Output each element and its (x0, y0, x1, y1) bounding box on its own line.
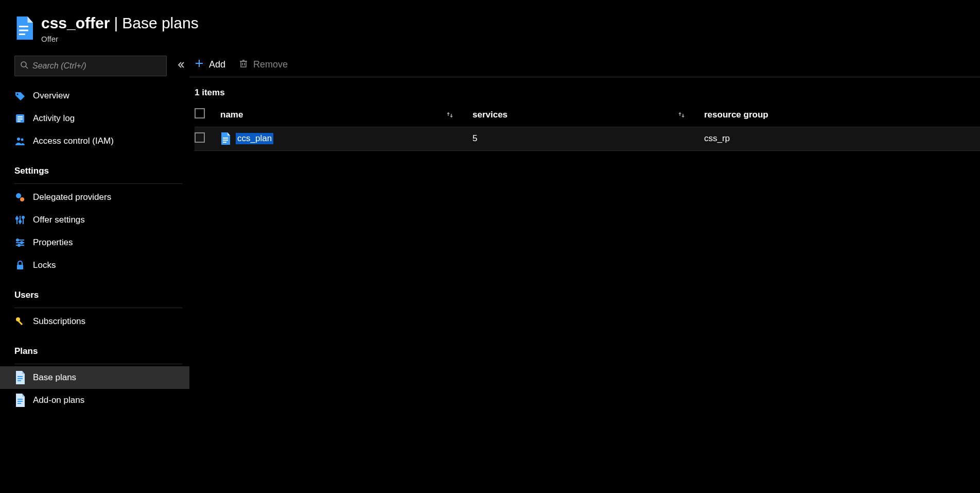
collapse-sidebar-button[interactable] (174, 59, 188, 73)
svg-point-13 (20, 197, 24, 201)
resource-name: css_offer (41, 14, 110, 31)
providers-icon (14, 192, 26, 203)
page-name: Base plans (122, 14, 198, 31)
plan-icon (220, 132, 231, 145)
sidebar: Overview Activity log Access control (IA… (0, 53, 189, 493)
svg-point-3 (21, 62, 26, 67)
sidebar-search[interactable] (14, 56, 167, 76)
key-icon (14, 316, 26, 327)
document-icon (14, 372, 26, 383)
sidebar-item-properties[interactable]: Properties (0, 231, 189, 254)
svg-point-24 (21, 242, 23, 244)
sidebar-item-activity-log[interactable]: Activity log (0, 107, 189, 130)
svg-point-12 (16, 193, 21, 198)
svg-rect-29 (18, 376, 23, 377)
sort-icon (677, 111, 686, 119)
divider (14, 183, 182, 184)
svg-rect-34 (18, 403, 21, 404)
svg-point-27 (16, 317, 20, 321)
svg-rect-8 (18, 118, 23, 120)
svg-point-23 (16, 239, 19, 241)
item-count-label: 1 items (195, 88, 980, 98)
row-resource-group-value: css_rp (704, 127, 980, 150)
column-header-services[interactable]: services (472, 103, 704, 127)
svg-rect-44 (223, 142, 226, 143)
select-all-checkbox[interactable] (195, 108, 205, 118)
sort-icon (446, 111, 454, 119)
sliders-icon (14, 214, 26, 226)
sidebar-item-label: Overview (33, 91, 69, 101)
offer-resource-icon (14, 16, 33, 40)
svg-rect-2 (19, 33, 25, 35)
sidebar-item-label: Properties (33, 237, 73, 248)
tag-icon (14, 90, 26, 101)
plan-name-link[interactable]: ccs_plan (236, 133, 273, 144)
svg-rect-26 (17, 265, 23, 269)
divider (14, 364, 182, 364)
toolbar: Add Remove (189, 53, 980, 77)
svg-rect-0 (19, 26, 28, 27)
add-button[interactable]: Add (195, 59, 225, 71)
svg-rect-43 (223, 140, 228, 141)
sidebar-item-offer-settings[interactable]: Offer settings (0, 209, 189, 231)
svg-rect-32 (18, 399, 23, 400)
svg-point-19 (22, 216, 24, 218)
sidebar-item-addon-plans[interactable]: Add-on plans (0, 389, 189, 412)
svg-point-17 (16, 217, 18, 219)
page-title: css_offer | Base plans (41, 14, 199, 31)
sidebar-section-settings: Settings (0, 159, 189, 179)
sidebar-item-label: Offer settings (33, 215, 85, 225)
svg-rect-42 (223, 138, 228, 139)
svg-rect-28 (18, 320, 23, 325)
svg-rect-1 (19, 30, 28, 31)
sidebar-section-plans: Plans (0, 339, 189, 360)
plans-table: name services (195, 103, 980, 151)
search-input[interactable] (32, 61, 161, 71)
document-icon (14, 395, 26, 406)
sidebar-item-access-control[interactable]: Access control (IAM) (0, 130, 189, 152)
activity-log-icon (14, 113, 26, 124)
svg-point-25 (18, 244, 20, 246)
column-header-name[interactable]: name (220, 103, 472, 127)
search-icon (20, 61, 28, 71)
main-content: Add Remove 1 items (189, 53, 980, 493)
properties-icon (14, 237, 26, 248)
svg-rect-37 (241, 61, 246, 67)
table-header-row: name services (195, 103, 980, 127)
svg-rect-30 (18, 378, 23, 379)
svg-rect-33 (18, 401, 23, 402)
sidebar-item-locks[interactable]: Locks (0, 254, 189, 277)
lock-icon (14, 260, 26, 271)
people-icon (14, 135, 26, 147)
row-select-checkbox[interactable] (195, 132, 205, 143)
remove-button[interactable]: Remove (239, 59, 288, 71)
page-header: css_offer | Base plans Offer (0, 0, 980, 53)
row-services-value: 5 (472, 127, 704, 150)
table-row[interactable]: ccs_plan 5 css_rp (195, 127, 980, 150)
sidebar-item-label: Base plans (33, 372, 76, 383)
trash-icon (239, 59, 248, 71)
column-header-resource-group[interactable]: resource group (704, 103, 980, 127)
svg-point-10 (17, 138, 20, 141)
svg-point-5 (17, 94, 19, 95)
svg-rect-7 (18, 116, 23, 117)
plus-icon (195, 59, 204, 71)
remove-button-label: Remove (253, 59, 288, 70)
svg-line-4 (26, 66, 28, 69)
sidebar-item-label: Add-on plans (33, 395, 84, 405)
divider (14, 308, 182, 308)
sidebar-item-label: Access control (IAM) (33, 136, 114, 146)
sidebar-item-label: Activity log (33, 113, 75, 124)
sidebar-item-base-plans[interactable]: Base plans (0, 366, 189, 389)
sidebar-item-label: Locks (33, 260, 56, 270)
sidebar-item-overview[interactable]: Overview (0, 84, 189, 107)
svg-point-11 (21, 139, 24, 141)
resource-type-label: Offer (41, 35, 199, 43)
svg-point-18 (19, 220, 21, 223)
chevron-double-left-icon (177, 61, 185, 71)
add-button-label: Add (209, 59, 225, 70)
sidebar-item-subscriptions[interactable]: Subscriptions (0, 310, 189, 333)
sidebar-item-delegated-providers[interactable]: Delegated providers (0, 186, 189, 209)
svg-rect-9 (18, 121, 21, 122)
sidebar-item-label: Subscriptions (33, 316, 85, 327)
